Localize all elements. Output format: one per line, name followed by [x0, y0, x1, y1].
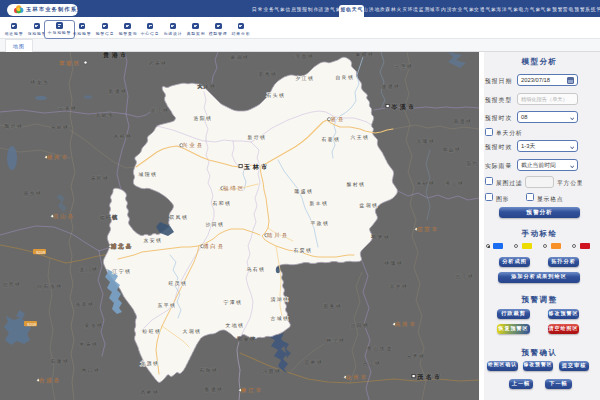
svg-text:麻垌镇: 麻垌镇 — [230, 54, 249, 61]
svg-text:平政镇: 平政镇 — [310, 220, 329, 226]
svg-text:寺面镇: 寺面镇 — [295, 53, 314, 59]
svg-text:博白县: 博白县 — [203, 243, 225, 250]
svg-text:岑溪市: 岑溪市 — [390, 103, 417, 111]
svg-text:城隍镇: 城隍镇 — [137, 171, 157, 177]
svg-text:白石水镇: 白石水镇 — [37, 283, 63, 289]
svg-text:镇龙乡: 镇龙乡 — [29, 79, 49, 85]
svg-text:横州市: 横州市 — [47, 154, 69, 160]
svg-text:大隆镇: 大隆镇 — [416, 138, 435, 144]
svg-text:象棋镇: 象棋镇 — [355, 52, 374, 57]
svg-text:石和镇: 石和镇 — [212, 200, 231, 206]
svg-text:云表镇: 云表镇 — [58, 106, 77, 111]
svg-text:朱砂镇: 朱砂镇 — [416, 181, 435, 186]
svg-text:和寮镇: 和寮镇 — [237, 336, 256, 342]
svg-text:松旺镇: 松旺镇 — [141, 329, 161, 334]
svg-text:东平镇: 东平镇 — [157, 302, 176, 308]
svg-text:罗秀镇: 罗秀镇 — [258, 71, 277, 77]
svg-text:文地镇: 文地镇 — [225, 322, 244, 328]
svg-text:加益镇: 加益镇 — [442, 147, 461, 152]
svg-text:浦北县: 浦北县 — [111, 243, 133, 250]
svg-text:平界镇: 平界镇 — [371, 234, 390, 240]
svg-text:茶山镇: 茶山镇 — [445, 181, 464, 186]
svg-text:龙门镇: 龙门镇 — [79, 266, 98, 272]
svg-text:官桥镇: 官桥镇 — [304, 359, 323, 365]
svg-text:S209: S209 — [36, 250, 45, 255]
svg-text:宁潭镇: 宁潭镇 — [223, 299, 242, 305]
svg-text:S209: S209 — [27, 322, 36, 327]
svg-text:玉林市: 玉林市 — [243, 163, 270, 170]
svg-text:福绵区: 福绵区 — [223, 185, 245, 192]
svg-text:石窝镇: 石窝镇 — [293, 247, 312, 253]
svg-text:木梓镇: 木梓镇 — [113, 134, 132, 139]
svg-text:夕江镇: 夕江镇 — [295, 76, 314, 81]
svg-text:大井镇: 大井镇 — [389, 284, 408, 289]
svg-text:江宁镇: 江宁镇 — [111, 268, 131, 274]
svg-text:常乐镇: 常乐镇 — [79, 342, 98, 347]
svg-text:茂名市: 茂名市 — [416, 373, 443, 381]
svg-text:贵港市: 贵港市 — [102, 52, 129, 59]
svg-text:泉水镇: 泉水镇 — [84, 323, 103, 328]
svg-text:陶圩镇: 陶圩镇 — [4, 123, 23, 130]
svg-text:林尘镇: 林尘镇 — [325, 338, 345, 343]
svg-text:石寨镇: 石寨镇 — [321, 136, 340, 142]
svg-text:石头镇: 石头镇 — [266, 92, 285, 98]
svg-text:陆川县: 陆川县 — [267, 232, 289, 238]
svg-text:旺茂镇: 旺茂镇 — [168, 280, 187, 286]
svg-text:化州市: 化州市 — [346, 374, 368, 381]
svg-text:合浦县: 合浦县 — [39, 377, 61, 384]
svg-text:分界镇: 分界镇 — [406, 354, 425, 359]
svg-text:覃塘区: 覃塘区 — [59, 60, 81, 67]
svg-text:清湖镇: 清湖镇 — [270, 297, 289, 302]
svg-text:乐民镇: 乐民镇 — [90, 176, 109, 181]
svg-text:容县: 容县 — [331, 116, 346, 123]
svg-text:镇隆镇: 镇隆镇 — [383, 260, 403, 266]
svg-text:武乐镇: 武乐镇 — [148, 61, 167, 66]
svg-text:信宜市: 信宜市 — [417, 226, 439, 233]
svg-text:新塘镇: 新塘镇 — [108, 88, 127, 95]
svg-text:大洋镇: 大洋镇 — [197, 84, 216, 89]
svg-text:石颈镇: 石颈镇 — [199, 367, 218, 373]
svg-text:隆盛镇: 隆盛镇 — [294, 188, 313, 194]
svg-text:永安镇: 永安镇 — [143, 237, 162, 243]
svg-text:廉江市: 廉江市 — [241, 387, 263, 393]
svg-text:乌石镇: 乌石镇 — [246, 266, 265, 272]
svg-text:双凤镇: 双凤镇 — [169, 215, 188, 220]
svg-text:南渡镇: 南渡镇 — [453, 118, 472, 125]
svg-text:波塘镇: 波塘镇 — [381, 83, 400, 90]
svg-text:马岭镇: 马岭镇 — [50, 125, 69, 130]
svg-text:六王镇: 六王镇 — [350, 134, 369, 140]
svg-text:南乡镇: 南乡镇 — [23, 190, 42, 196]
svg-text:高州市: 高州市 — [395, 321, 417, 327]
svg-text:新圩镇: 新圩镇 — [247, 134, 266, 140]
svg-text:三堡镇: 三堡镇 — [394, 63, 413, 69]
svg-text:湛江镇: 湛江镇 — [150, 108, 169, 113]
svg-text:雅塘镇: 雅塘镇 — [204, 386, 223, 393]
svg-text:新丰镇: 新丰镇 — [309, 200, 328, 206]
svg-text:大岭乡: 大岭乡 — [95, 112, 114, 118]
svg-text:龙源镇: 龙源镇 — [140, 360, 159, 366]
svg-text:高桥镇: 高桥镇 — [140, 389, 159, 395]
svg-text:灵山县: 灵山县 — [53, 213, 75, 220]
svg-text:石康镇: 石康镇 — [50, 358, 69, 365]
svg-text:大垌镇: 大垌镇 — [182, 328, 201, 335]
svg-text:盆垌镇: 盆垌镇 — [359, 202, 378, 209]
svg-text:自良镇: 自良镇 — [335, 74, 354, 81]
svg-text:兴业县: 兴业县 — [182, 142, 204, 148]
